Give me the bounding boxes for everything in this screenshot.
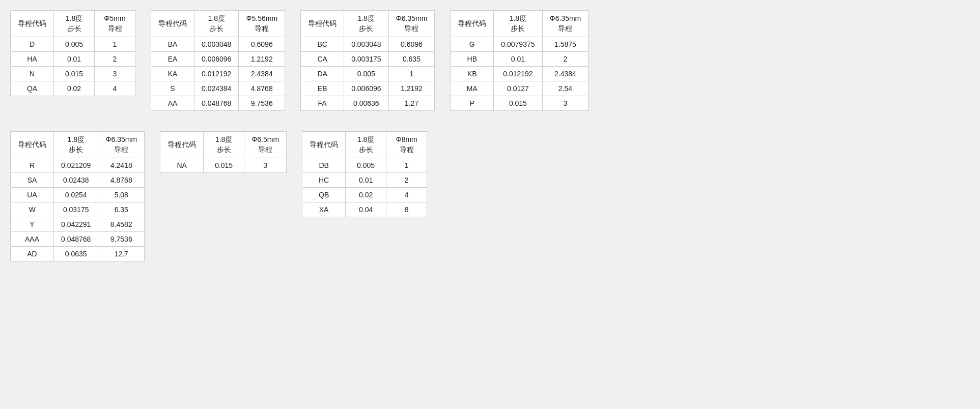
table-cell-r4-c0: FA — [301, 96, 344, 111]
table-cell-r3-c0: S — [151, 81, 194, 96]
table-cell-r3-c2: 1.2192 — [388, 81, 435, 96]
table-group-t1: 导程代码1.8度步长Φ5mm导程D0.0051HA0.012N0.0153QA0… — [10, 10, 135, 111]
table-cell-r3-c1: 0.04 — [346, 202, 386, 217]
table-row: QA0.024 — [11, 81, 135, 96]
table-group-t2: 导程代码1.8度步长Φ5.56mm导程BA0.0030480.6096EA0.0… — [151, 10, 285, 111]
table-cell-r2-c1: 0.015 — [54, 67, 95, 81]
table-cell-r1-c0: HC — [302, 173, 346, 188]
table-cell-r0-c0: R — [11, 158, 54, 173]
table-group-t6: 导程代码1.8度步长Φ6.5mm导程NA0.0153 — [160, 131, 287, 261]
table-group-t5: 导程代码1.8度步长Φ6.35mm导程R0.0212094.2418SA0.02… — [10, 131, 145, 261]
table-cell-r1-c2: 1.2192 — [239, 52, 285, 67]
table-cell-r0-c0: NA — [160, 158, 204, 173]
section-1: 导程代码1.8度步长Φ5mm导程D0.0051HA0.012N0.0153QA0… — [10, 10, 970, 116]
table-row: S0.0243844.8768 — [151, 81, 285, 96]
col-header-0: 导程代码 — [151, 11, 194, 37]
table-cell-r3-c2: 8 — [386, 202, 427, 217]
table-cell-r0-c1: 0.003048 — [194, 37, 239, 52]
table-cell-r0-c1: 0.021209 — [54, 158, 98, 173]
col-header-0: 导程代码 — [11, 132, 54, 158]
table-cell-r0-c0: BA — [151, 37, 194, 52]
table-cell-r2-c1: 0.012192 — [194, 67, 239, 81]
table-row: BC0.0030480.6096 — [301, 37, 435, 52]
table-row: FA0.006361.27 — [301, 96, 435, 111]
table-cell-r1-c0: CA — [301, 52, 344, 67]
table-cell-r3-c0: XA — [302, 202, 346, 217]
table-row: D0.0051 — [11, 37, 135, 52]
table-cell-r3-c0: QA — [11, 81, 54, 96]
table-cell-r3-c1: 0.0127 — [494, 81, 542, 96]
table-cell-r0-c2: 1.5875 — [542, 37, 589, 52]
table-cell-r0-c2: 0.6096 — [239, 37, 285, 52]
col-header-2: Φ5.56mm导程 — [239, 11, 285, 37]
col-header-1: 1.8度步长 — [494, 11, 542, 37]
table-row: Y0.0422918.4582 — [11, 217, 145, 232]
col-header-1: 1.8度步长 — [344, 11, 388, 37]
table-cell-r3-c2: 2.54 — [542, 81, 589, 96]
table-cell-r0-c2: 0.6096 — [388, 37, 435, 52]
table-cell-r0-c2: 4.2418 — [98, 158, 145, 173]
table-cell-r4-c1: 0.00636 — [344, 96, 388, 111]
col-header-1: 1.8度步长 — [194, 11, 239, 37]
table-row: QB0.024 — [302, 188, 427, 202]
table-cell-r6-c0: AD — [11, 247, 54, 261]
table-cell-r3-c1: 0.03175 — [54, 202, 98, 217]
section-2: 导程代码1.8度步长Φ6.35mm导程R0.0212094.2418SA0.02… — [10, 131, 970, 267]
table-group-t3: 导程代码1.8度步长Φ6.35mm导程BC0.0030480.6096CA0.0… — [300, 10, 435, 111]
data-table-t7: 导程代码1.8度步长Φ8mm导程DB0.0051HC0.012QB0.024XA… — [302, 131, 427, 217]
table-cell-r2-c2: 2.4384 — [542, 67, 589, 81]
table-cell-r4-c1: 0.048768 — [194, 96, 239, 111]
table-cell-r1-c1: 0.01 — [494, 52, 542, 67]
table-cell-r4-c0: Y — [11, 217, 54, 232]
data-table-t3: 导程代码1.8度步长Φ6.35mm导程BC0.0030480.6096CA0.0… — [300, 10, 435, 111]
col-header-1: 1.8度步长 — [54, 11, 95, 37]
table-cell-r5-c0: AAA — [11, 232, 54, 247]
table-cell-r0-c2: 3 — [244, 158, 287, 173]
table-row: CA0.0031750.635 — [301, 52, 435, 67]
table-row: P0.0153 — [451, 96, 589, 111]
col-header-0: 导程代码 — [301, 11, 344, 37]
col-header-2: Φ5mm导程 — [95, 11, 135, 37]
table-cell-r1-c2: 0.635 — [388, 52, 435, 67]
table-cell-r2-c0: DA — [301, 67, 344, 81]
table-cell-r1-c2: 2 — [542, 52, 589, 67]
table-cell-r2-c1: 0.02 — [346, 188, 386, 202]
col-header-1: 1.8度步长 — [54, 132, 98, 158]
table-row: G0.00793751.5875 — [451, 37, 589, 52]
table-cell-r2-c2: 4 — [386, 188, 427, 202]
table-cell-r2-c1: 0.005 — [344, 67, 388, 81]
table-row: HC0.012 — [302, 173, 427, 188]
table-cell-r0-c1: 0.003048 — [344, 37, 388, 52]
col-header-2: Φ6.5mm导程 — [244, 132, 287, 158]
table-cell-r0-c1: 0.005 — [54, 37, 95, 52]
table-cell-r3-c0: EB — [301, 81, 344, 96]
col-header-1: 1.8度步长 — [204, 132, 244, 158]
table-cell-r2-c0: N — [11, 67, 54, 81]
col-header-2: Φ6.35mm导程 — [98, 132, 145, 158]
table-cell-r2-c0: UA — [11, 188, 54, 202]
table-cell-r4-c1: 0.015 — [494, 96, 542, 111]
table-row: UA0.02545.08 — [11, 188, 145, 202]
table-row: SA0.024384.8768 — [11, 173, 145, 188]
table-cell-r3-c0: W — [11, 202, 54, 217]
table-cell-r0-c0: G — [451, 37, 494, 52]
table-group-t4: 导程代码1.8度步长Φ6.35mm导程G0.00793751.5875HB0.0… — [450, 10, 589, 111]
table-cell-r4-c2: 9.7536 — [239, 96, 285, 111]
table-cell-r0-c1: 0.015 — [204, 158, 244, 173]
col-header-0: 导程代码 — [160, 132, 204, 158]
table-row: XA0.048 — [302, 202, 427, 217]
table-cell-r0-c2: 1 — [95, 37, 135, 52]
table-row: N0.0153 — [11, 67, 135, 81]
table-cell-r1-c0: HA — [11, 52, 54, 67]
table-cell-r3-c2: 6.35 — [98, 202, 145, 217]
col-header-0: 导程代码 — [11, 11, 54, 37]
table-cell-r1-c0: HB — [451, 52, 494, 67]
table-cell-r4-c0: P — [451, 96, 494, 111]
table-cell-r6-c2: 12.7 — [98, 247, 145, 261]
table-row: KA0.0121922.4384 — [151, 67, 285, 81]
col-header-2: Φ8mm导程 — [386, 132, 427, 158]
table-row: EB0.0060961.2192 — [301, 81, 435, 96]
table-cell-r0-c0: BC — [301, 37, 344, 52]
table-row: R0.0212094.2418 — [11, 158, 145, 173]
table-row: HA0.012 — [11, 52, 135, 67]
